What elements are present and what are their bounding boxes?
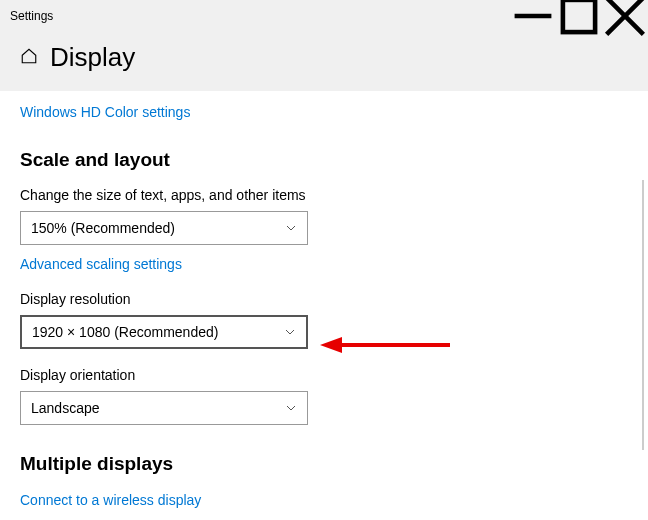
page-title: Display — [50, 42, 135, 73]
close-button[interactable] — [602, 0, 648, 32]
maximize-button[interactable] — [556, 0, 602, 32]
chevron-down-icon — [285, 222, 297, 234]
resolution-value: 1920 × 1080 (Recommended) — [32, 324, 218, 340]
orientation-label: Display orientation — [20, 367, 628, 383]
titlebar: Settings — [0, 0, 648, 32]
advanced-scaling-link[interactable]: Advanced scaling settings — [20, 256, 182, 272]
hd-color-link[interactable]: Windows HD Color settings — [20, 104, 190, 120]
resolution-label: Display resolution — [20, 291, 628, 307]
page-header: Display — [0, 32, 648, 91]
scale-layout-heading: Scale and layout — [20, 149, 628, 171]
resolution-select[interactable]: 1920 × 1080 (Recommended) — [20, 315, 308, 349]
content-area: Windows HD Color settings Scale and layo… — [0, 91, 648, 509]
wireless-display-link[interactable]: Connect to a wireless display — [20, 492, 201, 508]
window-title: Settings — [10, 9, 53, 23]
orientation-value: Landscape — [31, 400, 100, 416]
scale-label: Change the size of text, apps, and other… — [20, 187, 628, 203]
orientation-select[interactable]: Landscape — [20, 391, 308, 425]
scale-select[interactable]: 150% (Recommended) — [20, 211, 308, 245]
multiple-displays-heading: Multiple displays — [20, 453, 628, 475]
minimize-button[interactable] — [510, 0, 556, 32]
window-controls — [510, 0, 648, 32]
svg-rect-1 — [563, 0, 595, 32]
scrollbar[interactable] — [642, 180, 644, 450]
chevron-down-icon — [284, 326, 296, 338]
chevron-down-icon — [285, 402, 297, 414]
scale-value: 150% (Recommended) — [31, 220, 175, 236]
home-icon[interactable] — [20, 47, 38, 69]
